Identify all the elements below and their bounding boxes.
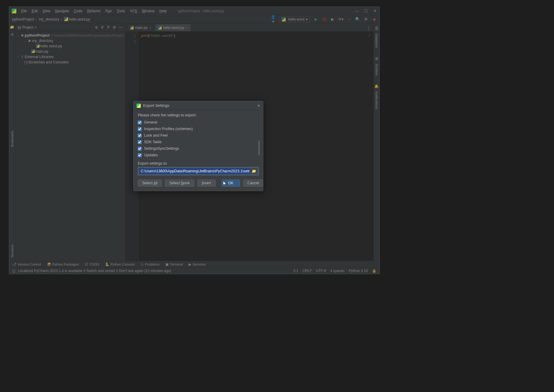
dialog-title: Export Settings xyxy=(143,103,169,108)
ok-button[interactable]: OK xyxy=(222,179,240,187)
item-label: Inspection Profiles (schemes) xyxy=(144,127,193,131)
dialog-prompt: Please check the settings to export: xyxy=(138,113,259,117)
item-label: Updates xyxy=(144,153,158,157)
invert-button[interactable]: Invert xyxy=(197,179,216,187)
export-path-field: 📁 xyxy=(138,167,259,175)
settings-checklist: General Inspection Profiles (schemes) Lo… xyxy=(138,119,259,158)
item-label: Look and Feel xyxy=(144,133,168,138)
checklist-item[interactable]: Look and Feel xyxy=(138,132,259,139)
checkbox[interactable] xyxy=(138,121,142,124)
checklist-item[interactable]: Updates xyxy=(138,152,259,158)
checkbox[interactable] xyxy=(138,134,142,138)
checkbox[interactable] xyxy=(138,147,142,151)
close-dialog-icon[interactable]: × xyxy=(257,103,260,108)
scrollbar[interactable] xyxy=(258,140,260,155)
item-label: General xyxy=(144,120,157,124)
export-path-input[interactable] xyxy=(140,168,251,174)
checkbox[interactable] xyxy=(138,140,142,144)
checklist-item[interactable]: SettingsSyncSettings xyxy=(138,145,259,152)
checkbox[interactable] xyxy=(138,153,142,157)
dialog-title-bar: Export Settings × xyxy=(134,101,263,110)
ide-window: File Edit View Navigate Code Refactor Ru… xyxy=(9,7,380,274)
checklist-item[interactable]: Inspection Profiles (schemes) xyxy=(138,126,259,132)
browse-icon[interactable]: 📁 xyxy=(251,169,257,173)
item-label: SDK Table xyxy=(144,140,162,144)
export-to-label: Export settings to: xyxy=(138,161,259,165)
checklist-item[interactable]: SDK Table xyxy=(138,139,259,145)
select-none-button[interactable]: Select None xyxy=(165,179,194,187)
export-settings-dialog: Export Settings × Please check the setti… xyxy=(133,101,263,191)
checklist-item[interactable]: General xyxy=(138,119,259,126)
item-label: SettingsSyncSettings xyxy=(144,146,179,151)
checkbox[interactable] xyxy=(138,127,142,131)
pycharm-logo-icon xyxy=(137,104,141,108)
cancel-button[interactable]: Cancel xyxy=(243,179,264,187)
select-all-button[interactable]: Select All xyxy=(138,179,162,187)
